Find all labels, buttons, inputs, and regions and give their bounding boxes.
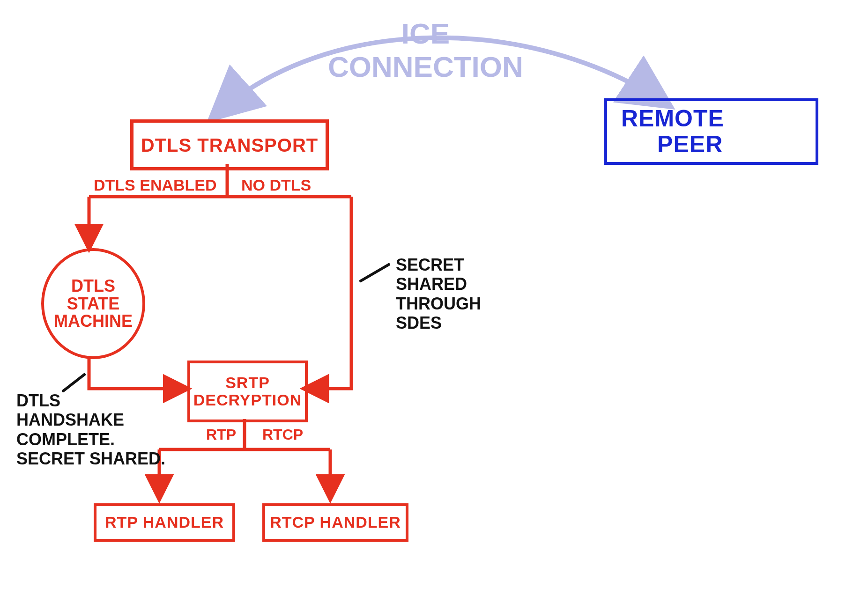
label-rtp: RTP [206, 426, 236, 443]
edge-no-dtls [304, 197, 351, 389]
label-no-dtls: NO DTLS [241, 176, 311, 194]
node-label: RTP HANDLER [105, 514, 224, 531]
diagram-stage: { "colors": { "red": "#e6301f", "blue": … [0, 0, 868, 589]
label-ice-connection: ICE CONNECTION [328, 17, 523, 84]
node-dtls-transport: DTLS TRANSPORT [130, 119, 329, 170]
node-label: SRTP DECRYPTION [193, 374, 302, 409]
label-dtls-enabled: DTLS ENABLED [94, 176, 217, 194]
tick-dtls-complete [63, 375, 84, 391]
annotation-dtls-complete: DTLS HANDSHAKE COMPLETE. SECRET SHARED. [16, 391, 165, 469]
node-label: DTLS STATE MACHINE [54, 277, 133, 330]
node-label: REMOTE PEER [621, 106, 724, 157]
label-rtcp: RTCP [262, 426, 303, 443]
node-srtp-decryption: SRTP DECRYPTION [187, 361, 308, 422]
tick-sdes [361, 265, 389, 281]
node-rtcp-handler: RTCP HANDLER [262, 503, 408, 542]
node-label: DTLS TRANSPORT [141, 135, 318, 155]
edge-state-to-srtp [89, 356, 187, 389]
node-dtls-state-machine: DTLS STATE MACHINE [41, 248, 145, 359]
node-rtp-handler: RTP HANDLER [94, 503, 235, 542]
annotation-secret-sdes: SECRET SHARED THROUGH SDES [396, 255, 481, 333]
node-remote-peer: REMOTE PEER [604, 98, 818, 165]
node-label: RTCP HANDLER [270, 514, 401, 531]
